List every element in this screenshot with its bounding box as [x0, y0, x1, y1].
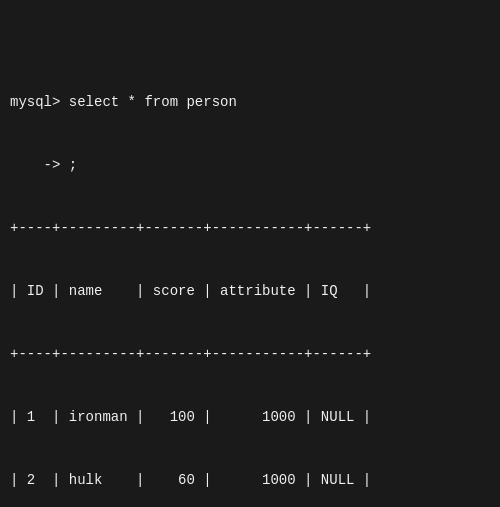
table-row: | 1 | ironman | 100 | 1000 | NULL | — [10, 407, 490, 428]
prompt-line-2: -> ; — [10, 155, 490, 176]
table-row: | 2 | hulk | 60 | 1000 | NULL | — [10, 470, 490, 491]
table-separator-mid-1: +----+---------+-------+-----------+----… — [10, 344, 490, 365]
prompt-line-1: mysql> select * from person — [10, 92, 490, 113]
terminal-output: mysql> select * from person -> ; +----+-… — [10, 8, 490, 507]
table-header-1: | ID | name | score | attribute | IQ | — [10, 281, 490, 302]
table-separator-top-1: +----+---------+-------+-----------+----… — [10, 218, 490, 239]
query-section-1: mysql> select * from person -> ; +----+-… — [10, 50, 490, 507]
